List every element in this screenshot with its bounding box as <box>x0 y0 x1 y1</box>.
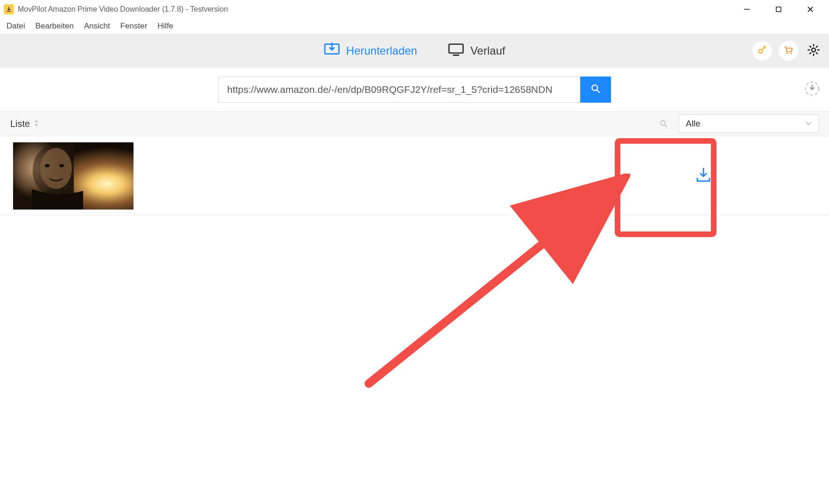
menu-hilfe[interactable]: Hilfe <box>157 21 173 31</box>
download-icon <box>695 167 712 185</box>
video-thumbnail[interactable] <box>13 142 133 210</box>
download-item-button[interactable] <box>694 166 713 186</box>
svg-line-22 <box>369 192 607 384</box>
tab-download-label: Herunterladen <box>346 44 417 57</box>
svg-point-14 <box>660 120 665 125</box>
tab-history[interactable]: Verlauf <box>445 37 508 65</box>
list-sort[interactable]: Liste <box>10 119 39 129</box>
menu-ansicht[interactable]: Ansicht <box>84 21 110 31</box>
cart-icon <box>783 45 794 57</box>
filter-search-button[interactable] <box>659 119 668 128</box>
close-button[interactable] <box>804 3 817 16</box>
svg-line-12 <box>597 90 599 92</box>
content-area <box>0 136 829 504</box>
window-title: MovPilot Amazon Prime Video Downloader (… <box>18 5 228 14</box>
svg-point-21 <box>59 164 64 167</box>
title-bar: MovPilot Amazon Prime Video Downloader (… <box>0 0 829 19</box>
tabs-bar: Herunterladen Verlauf <box>0 34 829 68</box>
tab-history-label: Verlauf <box>471 44 506 57</box>
svg-point-20 <box>45 164 49 167</box>
search-row <box>0 68 829 111</box>
url-input[interactable] <box>218 77 580 103</box>
svg-rect-5 <box>449 44 463 53</box>
download-tab-icon <box>324 42 340 59</box>
sort-icon <box>34 119 39 129</box>
key-icon <box>757 45 767 57</box>
list-item <box>0 136 829 216</box>
chevron-down-icon <box>805 119 812 129</box>
key-button[interactable] <box>752 41 772 61</box>
filter-dropdown-value: Alle <box>686 119 701 129</box>
menu-bar: Datei Bearbeiten Ansicht Fenster Hilfe <box>0 19 829 34</box>
cart-button[interactable] <box>779 41 798 61</box>
menu-datei[interactable]: Datei <box>7 21 25 31</box>
tab-download[interactable]: Herunterladen <box>321 37 420 65</box>
download-queue-button[interactable] <box>804 81 821 98</box>
settings-button[interactable] <box>805 42 822 60</box>
svg-rect-1 <box>776 7 781 12</box>
search-icon <box>590 84 601 96</box>
menu-bearbeiten[interactable]: Bearbeiten <box>35 21 74 31</box>
app-icon <box>4 4 14 14</box>
svg-point-9 <box>790 53 792 54</box>
list-label: Liste <box>10 119 30 129</box>
svg-point-8 <box>787 53 788 54</box>
svg-point-19 <box>40 148 72 189</box>
menu-fenster[interactable]: Fenster <box>120 21 148 31</box>
search-icon <box>659 122 668 130</box>
minimize-button[interactable] <box>740 3 753 16</box>
svg-point-10 <box>812 48 815 52</box>
window-controls <box>740 3 825 16</box>
filter-dropdown[interactable]: Alle <box>679 114 819 133</box>
maximize-button[interactable] <box>772 3 785 16</box>
download-queue-icon <box>804 81 820 98</box>
filter-row: Liste Alle <box>0 111 829 136</box>
gear-icon <box>807 43 821 59</box>
history-tab-icon <box>448 42 464 59</box>
svg-line-15 <box>665 125 667 127</box>
search-button[interactable] <box>580 77 611 103</box>
